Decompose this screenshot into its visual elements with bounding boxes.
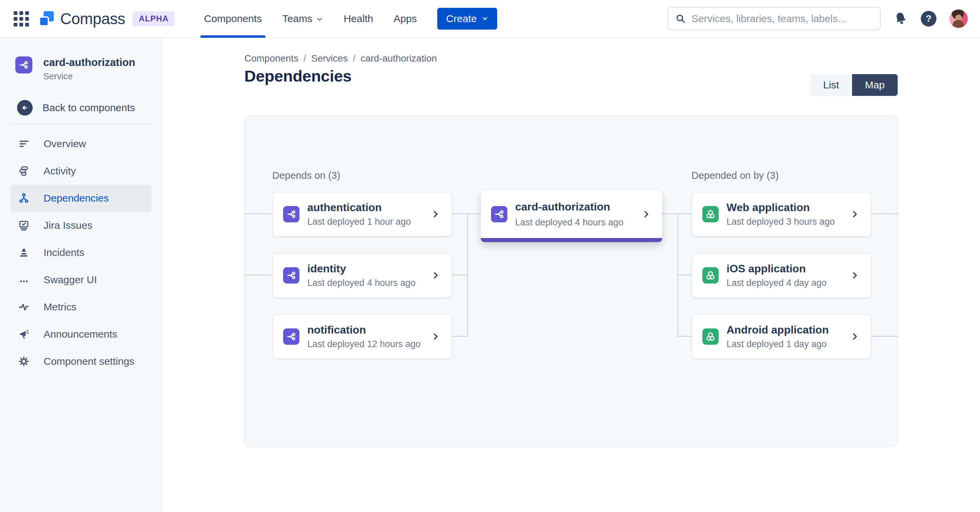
sidebar-item-activity[interactable]: Activity (10, 157, 151, 185)
back-to-components[interactable]: Back to components (17, 100, 135, 116)
main-content: Components / Services / card-authorizati… (163, 38, 980, 512)
map-view-button[interactable]: Map (852, 74, 898, 96)
chevron-right-icon[interactable] (850, 271, 859, 280)
connector-line (871, 214, 898, 214)
product-name: Compass (60, 10, 125, 28)
breadcrumb-card-authorization[interactable]: card-authorization (361, 53, 437, 64)
node-deploy-status: Last deployed 3 hours ago (727, 217, 845, 227)
page-title: Dependencies (244, 67, 352, 85)
chevron-right-icon[interactable] (431, 210, 440, 219)
primary-nav: Components Teams Health Apps (194, 0, 427, 38)
component-type: Service (43, 71, 135, 82)
notifications-bell-icon[interactable] (892, 10, 910, 28)
sidebar-item-component-settings[interactable]: Component settings (10, 348, 151, 375)
component-header: card-authorization Service (15, 56, 135, 82)
sidebar: card-authorization Service Back to compo… (0, 38, 162, 512)
chevron-right-icon[interactable] (642, 210, 651, 219)
sidebar-item-swagger-ui[interactable]: {…} Swagger UI (10, 266, 151, 293)
node-card-authentication[interactable]: authentication Last deployed 1 hour ago (272, 192, 452, 237)
sidebar-divider (10, 124, 151, 125)
global-search[interactable] (668, 7, 881, 30)
node-name: notification (307, 323, 426, 336)
application-icon (702, 267, 719, 284)
node-deploy-status: Last deployed 1 hour ago (307, 217, 426, 227)
chevron-right-icon[interactable] (431, 271, 440, 280)
node-name: Web application (727, 201, 845, 214)
search-input[interactable] (692, 13, 873, 24)
node-card-web-application[interactable]: Web application Last deployed 3 hours ag… (692, 192, 872, 237)
sidebar-item-incidents[interactable]: Incidents (10, 239, 151, 266)
gear-icon (18, 356, 29, 367)
connector-line (662, 214, 692, 214)
compass-logo-icon (38, 11, 55, 27)
connector-line (452, 336, 468, 336)
alpha-badge: ALPHA (133, 11, 175, 26)
breadcrumb-services[interactable]: Services (311, 53, 348, 64)
node-deploy-status: Last deployed 12 hours ago (307, 339, 426, 349)
sidebar-item-dependencies[interactable]: Dependencies (10, 185, 151, 212)
incidents-icon (18, 247, 29, 258)
chevron-right-icon[interactable] (431, 332, 440, 341)
connector-line (245, 275, 272, 275)
chevron-down-icon (482, 15, 488, 22)
depended-on-by-label: Depended on by (3) (692, 170, 778, 181)
app-switcher-icon[interactable] (14, 11, 29, 27)
breadcrumb-components[interactable]: Components (244, 53, 298, 64)
nav-components[interactable]: Components (202, 0, 263, 38)
node-card-android-application[interactable]: Android application Last deployed 1 day … (692, 314, 872, 359)
breadcrumb: Components / Services / card-authorizati… (244, 53, 437, 64)
sidebar-item-metrics[interactable]: Metrics (10, 293, 151, 320)
swagger-braces-icon: {…} (18, 274, 29, 285)
activity-icon (18, 166, 29, 176)
component-name: card-authorization (43, 56, 135, 69)
user-avatar[interactable] (950, 10, 968, 28)
top-navigation: Compass ALPHA Components Teams Health Ap… (0, 0, 980, 38)
topnav-right: ? (668, 7, 968, 30)
node-name: card-authorization (515, 201, 636, 213)
service-icon (283, 328, 299, 345)
node-card-identity[interactable]: identity Last deployed 4 hours ago (272, 253, 452, 298)
jira-issues-icon (18, 220, 29, 231)
service-icon (283, 206, 299, 222)
view-toggle: List Map (810, 74, 898, 96)
connector-line (871, 336, 898, 336)
node-deploy-status: Last deployed 1 day ago (727, 339, 845, 349)
nav-health[interactable]: Health (342, 0, 375, 38)
chevron-right-icon[interactable] (850, 210, 859, 219)
connector-line (452, 275, 468, 275)
node-name: Android application (727, 323, 845, 336)
sidebar-item-overview[interactable]: Overview (10, 130, 151, 157)
node-card-notification[interactable]: notification Last deployed 12 hours ago (272, 314, 452, 359)
connector-line (678, 336, 692, 336)
nav-teams[interactable]: Teams (281, 0, 325, 38)
application-icon (702, 206, 719, 222)
node-card-card-authorization[interactable]: card-authorization Last deployed 4 hours… (481, 190, 662, 242)
node-card-ios-application[interactable]: iOS application Last deployed 4 day ago (692, 253, 872, 298)
service-icon (283, 267, 299, 284)
overview-icon (18, 138, 29, 149)
service-icon (15, 56, 32, 73)
sidebar-item-jira-issues[interactable]: Jira Issues (10, 212, 151, 239)
create-button[interactable]: Create (437, 8, 497, 30)
connector-bus-left (467, 214, 468, 336)
connector-line (245, 214, 272, 214)
compass-logo[interactable]: Compass (38, 10, 125, 28)
svg-text:{…}: {…} (18, 274, 29, 284)
service-icon (491, 206, 508, 222)
chevron-right-icon[interactable] (850, 332, 859, 341)
back-arrow-icon (17, 100, 33, 116)
connector-line (678, 275, 692, 275)
sidebar-menu: Overview Activity (0, 130, 162, 375)
dependency-map-canvas: Depends on (3) Depended on by (3) (244, 116, 898, 447)
connector-bus-right (678, 214, 678, 336)
chevron-down-icon (316, 16, 323, 23)
list-view-button[interactable]: List (810, 74, 852, 96)
help-icon[interactable]: ? (921, 11, 937, 27)
node-name: identity (307, 262, 426, 275)
node-name: iOS application (727, 262, 845, 275)
application-icon (702, 328, 719, 345)
sidebar-item-announcements[interactable]: Announcements (10, 320, 151, 348)
selected-node-accent-bar (481, 238, 662, 242)
connector-line (452, 214, 481, 214)
nav-apps[interactable]: Apps (392, 0, 418, 38)
